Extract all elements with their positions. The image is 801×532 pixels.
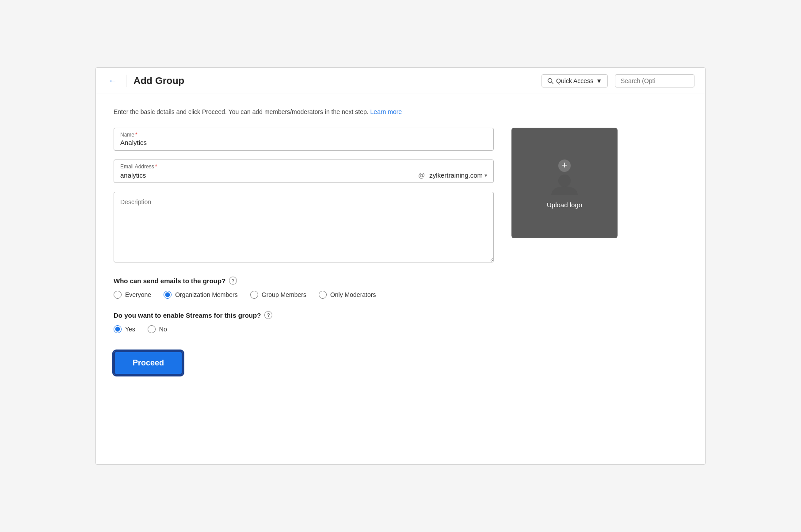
search-icon <box>547 78 553 84</box>
name-input[interactable] <box>120 139 487 146</box>
form-section: Name* Email Address* @ <box>114 128 494 375</box>
description-field-group <box>114 192 494 264</box>
form-logo-container: Name* Email Address* @ <box>114 128 687 375</box>
info-text: Enter the basic details and click Procee… <box>114 108 687 115</box>
header: ← Add Group Quick Access ▼ <box>96 68 705 94</box>
avatar-icon: + <box>547 158 582 198</box>
svg-text:+: + <box>562 160 568 171</box>
email-domain-wrapper: zylkertraining.com ▾ <box>429 171 487 179</box>
header-actions: Quick Access ▼ <box>542 74 694 87</box>
radio-org-members-input[interactable] <box>164 291 172 299</box>
name-required-star: * <box>135 132 137 138</box>
radio-group-members-input[interactable] <box>250 291 258 299</box>
radio-no-input[interactable] <box>148 325 156 333</box>
email-field-group: Email Address* @ zylkertraining.com ▾ <box>114 160 494 183</box>
description-textarea[interactable] <box>114 192 494 262</box>
radio-yes-label: Yes <box>125 326 135 333</box>
email-domain-text: zylkertraining.com <box>429 171 483 179</box>
email-at-symbol: @ <box>418 171 425 179</box>
content-area: Enter the basic details and click Procee… <box>96 94 705 464</box>
svg-point-4 <box>558 175 571 187</box>
radio-yes-input[interactable] <box>114 325 122 333</box>
name-field-group: Name* <box>114 128 494 151</box>
chevron-down-icon: ▾ <box>484 172 487 179</box>
quick-access-label: Quick Access <box>556 77 593 84</box>
name-field-wrapper: Name* <box>114 128 494 151</box>
learn-more-link[interactable]: Learn more <box>370 108 402 115</box>
svg-line-1 <box>552 82 553 84</box>
proceed-button[interactable]: Proceed <box>114 351 183 375</box>
radio-option-everyone[interactable]: Everyone <box>114 291 151 299</box>
quick-access-button[interactable]: Quick Access ▼ <box>542 74 608 87</box>
email-field-wrapper: Email Address* @ zylkertraining.com ▾ <box>114 160 494 183</box>
radio-option-only-moderators[interactable]: Only Moderators <box>319 291 376 299</box>
email-required-star: * <box>155 163 157 170</box>
radio-only-moderators-label: Only Moderators <box>330 291 376 298</box>
streams-help-icon[interactable]: ? <box>264 311 272 319</box>
chevron-down-icon: ▼ <box>596 77 602 84</box>
radio-no-label: No <box>159 326 167 333</box>
logo-upload-area[interactable]: + Upload logo <box>511 128 618 238</box>
radio-only-moderators-input[interactable] <box>319 291 327 299</box>
name-field-label: Name* <box>120 132 487 138</box>
streams-options: Yes No <box>114 325 494 333</box>
email-input-row: @ zylkertraining.com ▾ <box>114 171 493 182</box>
radio-everyone-input[interactable] <box>114 291 122 299</box>
page-title: Add Group <box>134 75 542 87</box>
email-permission-help-icon[interactable]: ? <box>229 277 237 285</box>
radio-option-group-members[interactable]: Group Members <box>250 291 306 299</box>
back-button[interactable]: ← <box>107 74 119 87</box>
streams-question: Do you want to enable Streams for this g… <box>114 311 494 319</box>
radio-option-yes[interactable]: Yes <box>114 325 135 333</box>
email-permission-question: Who can send emails to the group? ? <box>114 277 494 285</box>
email-local-input[interactable] <box>120 171 414 179</box>
header-divider <box>126 75 126 87</box>
radio-group-members-label: Group Members <box>262 291 306 298</box>
radio-everyone-label: Everyone <box>125 291 151 298</box>
radio-option-no[interactable]: No <box>148 325 167 333</box>
streams-section: Do you want to enable Streams for this g… <box>114 311 494 333</box>
email-permission-section: Who can send emails to the group? ? Ever… <box>114 277 494 299</box>
radio-option-org-members[interactable]: Organization Members <box>164 291 238 299</box>
radio-org-members-label: Organization Members <box>175 291 238 298</box>
email-permission-options: Everyone Organization Members Group Memb… <box>114 291 494 299</box>
upload-logo-label: Upload logo <box>547 201 582 209</box>
email-field-label: Email Address* <box>114 160 493 171</box>
search-input[interactable] <box>615 74 694 87</box>
